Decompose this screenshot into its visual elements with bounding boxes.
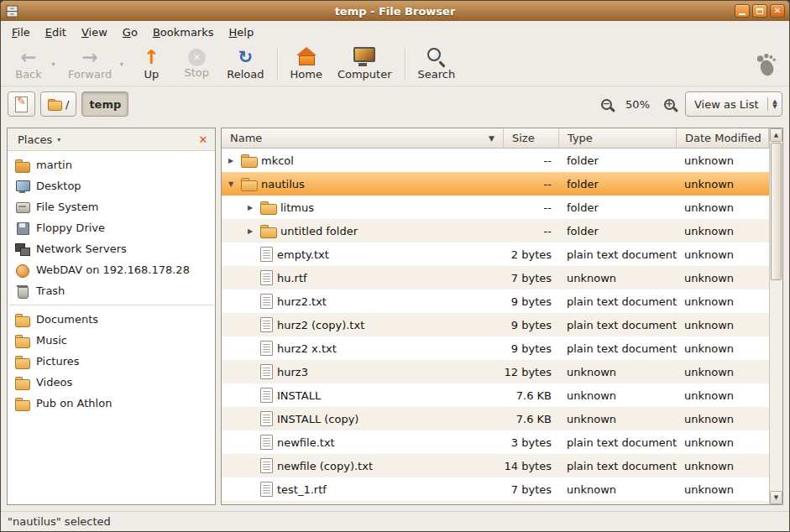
titlebar[interactable]: temp - File Browser ✕ xyxy=(1,1,789,21)
file-row-hurz2-copy-txt[interactable]: hurz2 (copy).txt9 bytesplain text docume… xyxy=(222,313,769,336)
search-button[interactable]: Search xyxy=(411,44,463,85)
file-row-test-1-rtf[interactable]: test_1.rtf7 bytesunknownunknown xyxy=(222,477,769,501)
menu-edit[interactable]: Edit xyxy=(38,23,74,42)
file-row-hurz3[interactable]: hurz312 bytesunknownunknown xyxy=(222,360,769,383)
file-row-empty-txt[interactable]: empty.txt2 bytesplain text documentunkno… xyxy=(222,243,769,266)
toolbar-buttons: Back▾Forward▾UpStopReloadHomeComputerSea… xyxy=(6,44,747,85)
file-row-install-copy[interactable]: INSTALL (copy)7.6 KBunknownunknown xyxy=(222,407,769,430)
folder-home-icon xyxy=(15,159,29,172)
sidebar-item-videos[interactable]: Videos xyxy=(8,372,215,393)
folder-icon xyxy=(260,224,276,237)
file-row-mkcol[interactable]: ▶mkcol--folderunknown xyxy=(222,149,769,172)
file-name: mkcol xyxy=(261,154,294,167)
scrollbar-track[interactable] xyxy=(770,142,782,491)
status-bar: "nautilus" selected xyxy=(1,511,789,531)
sidebar-item-floppy-drive[interactable]: Floppy Drive xyxy=(8,217,215,238)
edit-location-button[interactable] xyxy=(8,91,35,117)
view-mode-select[interactable]: View as List ▲▼ xyxy=(685,91,782,117)
file-row-hu-rtf[interactable]: hu.rtf7 bytesunknownunknown xyxy=(222,266,769,289)
name-cell: untitled folder (2) xyxy=(222,501,504,504)
zoom-out-button[interactable] xyxy=(595,93,617,115)
up-icon xyxy=(139,46,164,68)
scroll-up-button[interactable]: ▲ xyxy=(770,128,782,142)
size-cell: 2 bytes xyxy=(504,243,559,266)
minimize-button[interactable] xyxy=(735,4,750,18)
up-button[interactable]: Up xyxy=(128,44,174,85)
sidebar-item-network-servers[interactable]: Network Servers xyxy=(8,238,215,259)
file-row-newfile-txt[interactable]: newfile.txt3 bytesplain text documentunk… xyxy=(222,430,769,454)
menu-file[interactable]: File xyxy=(4,23,38,42)
name-cell: ▶mkcol xyxy=(222,149,504,172)
sidebar-item-music[interactable]: Music xyxy=(8,330,215,351)
file-name: untitled folder xyxy=(280,225,358,237)
sidebar-item-documents[interactable]: Documents xyxy=(8,309,215,330)
folder-icon xyxy=(15,376,29,389)
file-row-litmus[interactable]: ▶litmus--folderunknown xyxy=(222,196,769,219)
menu-view[interactable]: View xyxy=(74,23,115,42)
forward-history-dropdown-button[interactable]: ▾ xyxy=(116,44,127,85)
sidebar-item-file-system[interactable]: File System xyxy=(8,196,215,217)
close-button[interactable]: ✕ xyxy=(770,4,785,18)
file-name: INSTALL (copy) xyxy=(277,413,358,425)
menu-go[interactable]: Go xyxy=(115,23,145,42)
sidebar-item-martin[interactable]: martin xyxy=(8,154,215,175)
close-icon: ✕ xyxy=(199,133,208,146)
back-button[interactable]: Back xyxy=(6,44,51,85)
vertical-scrollbar[interactable]: ▲ ▼ xyxy=(769,128,782,504)
back-history-dropdown-button[interactable]: ▾ xyxy=(48,44,59,85)
size-cell: 12 bytes xyxy=(504,360,559,383)
file-row-hurz2-x-txt[interactable]: hurz2 x.txt9 bytesplain text documentunk… xyxy=(222,336,769,360)
sidebar-item-pub-on-athlon[interactable]: Pub on Athlon xyxy=(8,393,215,414)
text-file-icon xyxy=(260,388,273,403)
expander-icon[interactable]: ▶ xyxy=(225,157,237,164)
scrollbar-thumb[interactable] xyxy=(771,143,782,280)
expander-icon[interactable]: ▶ xyxy=(244,204,256,211)
size-cell: 7 bytes xyxy=(504,266,559,289)
sidebar-item-pictures[interactable]: Pictures xyxy=(8,351,215,372)
path-root-button[interactable]: / xyxy=(40,91,76,117)
menu-bookmarks[interactable]: Bookmarks xyxy=(145,23,222,42)
places-title: Places xyxy=(18,133,52,146)
column-header-date-modified[interactable]: Date Modified xyxy=(677,128,769,149)
file-name: hurz2 (copy).txt xyxy=(277,319,364,331)
file-row-nautilus[interactable]: ▼nautilus--folderunknown xyxy=(222,172,769,196)
scroll-down-button[interactable]: ▼ xyxy=(770,491,782,504)
places-dropdown-button[interactable]: Places ▾ xyxy=(11,131,67,149)
sidebar-item-webdav-on-192-168-178-28[interactable]: WebDAV on 192.168.178.28 xyxy=(8,259,215,280)
file-row-untitled-folder-2[interactable]: untitled folder (2)1.7 KBunknownunknown xyxy=(222,501,769,504)
sidebar-item-trash[interactable]: Trash xyxy=(8,280,215,301)
file-row-install[interactable]: INSTALL7.6 KBunknownunknown xyxy=(222,383,769,407)
size-cell: 9 bytes xyxy=(504,313,559,336)
sidebar-item-desktop[interactable]: Desktop xyxy=(8,175,215,196)
column-header-size[interactable]: Size xyxy=(504,128,559,149)
name-cell: hurz2 x.txt xyxy=(222,336,504,360)
file-row-untitled-folder[interactable]: ▶untitled folder--folderunknown xyxy=(222,219,769,243)
size-cell: 9 bytes xyxy=(504,336,559,360)
reload-button[interactable]: Reload xyxy=(219,44,271,85)
toolbar-button-label: Home xyxy=(290,69,322,81)
place-label: Videos xyxy=(36,376,72,389)
column-header-type[interactable]: Type xyxy=(559,128,677,149)
computer-button[interactable]: Computer xyxy=(330,44,400,85)
toolbar-button-label: Forward xyxy=(68,69,112,81)
forward-button[interactable]: Forward xyxy=(60,44,119,85)
zoom-in-button[interactable] xyxy=(658,93,680,115)
type-cell: plain text document xyxy=(559,243,677,266)
expander-icon[interactable]: ▼ xyxy=(225,180,237,188)
column-header-name[interactable]: Name ▼ xyxy=(222,128,504,149)
size-cell: 7.6 KB xyxy=(504,383,559,407)
name-cell: INSTALL (copy) xyxy=(222,407,504,430)
file-row-newfile-copy-txt[interactable]: newfile (copy).txt14 bytesplain text doc… xyxy=(222,454,769,477)
name-cell: hurz2.txt xyxy=(222,289,504,313)
sidebar-close-button[interactable]: ✕ xyxy=(195,131,212,148)
type-cell: plain text document xyxy=(559,313,677,336)
search-icon xyxy=(424,46,449,68)
menu-help[interactable]: Help xyxy=(222,23,262,42)
maximize-button[interactable] xyxy=(752,4,767,18)
file-row-hurz2-txt[interactable]: hurz2.txt9 bytesplain text documentunkno… xyxy=(222,289,769,313)
path-current-button[interactable]: temp xyxy=(81,91,128,117)
home-icon xyxy=(296,46,317,68)
expander-icon[interactable]: ▶ xyxy=(244,227,256,235)
stop-button[interactable]: Stop xyxy=(174,44,219,85)
home-button[interactable]: Home xyxy=(283,44,330,85)
